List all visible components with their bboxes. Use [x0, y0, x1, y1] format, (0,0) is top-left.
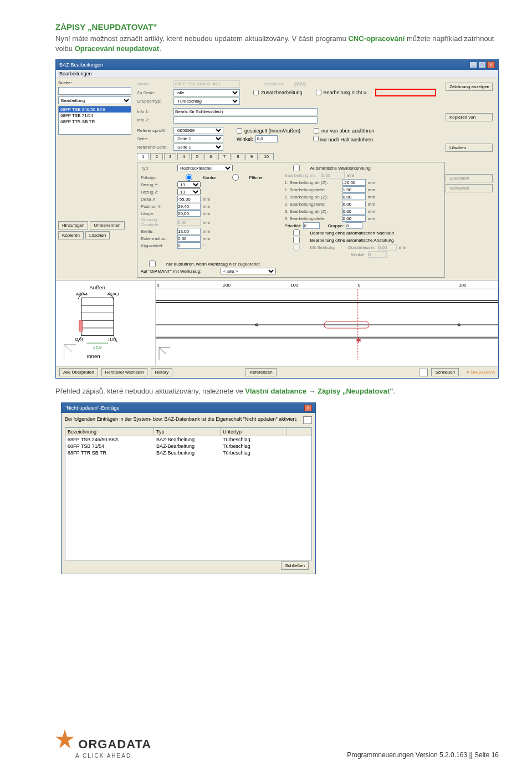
speichern-button[interactable]: Speichern: [446, 174, 493, 182]
footer-schliessen-button[interactable]: Schließen: [431, 368, 459, 376]
winkel-field[interactable]: [255, 135, 278, 142]
window-close-button[interactable]: ×: [487, 62, 495, 68]
dlg2-titlebar: "Nicht updaten"-Einträge ×: [62, 403, 315, 413]
breite-field[interactable]: [177, 228, 201, 234]
search-label: Suche:: [58, 80, 131, 85]
svg-text:✱: ✱: [356, 337, 361, 345]
right-actions: Zeichnung anzeigen Kopieren von Löschen …: [445, 80, 495, 278]
search-input[interactable]: [58, 87, 131, 95]
bezugy-select[interactable]: 13: [177, 181, 201, 188]
i2i4-label: I2/I4: [75, 337, 84, 342]
posy-field[interactable]: [177, 203, 201, 210]
referenzen-button[interactable]: Referenzen: [245, 368, 276, 376]
dlg2-print-icon[interactable]: [303, 416, 312, 424]
unit-mm: mm: [368, 202, 379, 207]
r3-field[interactable]: [342, 193, 366, 200]
tab-9[interactable]: 9: [245, 153, 258, 160]
r1-field[interactable]: [342, 179, 366, 186]
tab-3[interactable]: 3: [164, 153, 176, 160]
typ-select[interactable]: Rechtecktasche: [177, 165, 233, 171]
r4-field[interactable]: [342, 201, 366, 207]
posy-label: Position Y:: [141, 204, 175, 209]
a2a4-label: A2/A4: [76, 292, 88, 297]
autowand-checkbox[interactable]: [285, 165, 308, 171]
tab-8[interactable]: 8: [232, 153, 244, 160]
tab-1[interactable]: 1: [137, 153, 149, 160]
nurwerk-checkbox[interactable]: [141, 261, 164, 267]
copy-button[interactable]: Kopieren: [58, 231, 84, 239]
table-row[interactable]: 68FP TSB 246/50 BKS BAZ-Bearbeitung Türb…: [65, 436, 311, 443]
list-type-select[interactable]: Bearbeitung: [58, 96, 131, 104]
bearbeitung-list[interactable]: 68FP TSB 246/50 BKS 68FP TSB 71/54 68FP …: [58, 106, 131, 135]
zuserie-select[interactable]: alle: [173, 89, 240, 96]
history-button[interactable]: History: [151, 368, 172, 376]
gruppentyp-select[interactable]: Türbeschlag: [173, 98, 240, 105]
kipp-field[interactable]: [177, 242, 201, 249]
alle-ueberpruefen-button[interactable]: Alle Überprüfen: [59, 368, 98, 376]
zeichnung-button[interactable]: Zeichnung anzeigen: [446, 83, 493, 91]
tab-7[interactable]: 7: [218, 153, 231, 160]
lange-field[interactable]: [177, 210, 201, 217]
col-untertyp[interactable]: Untertyp: [221, 428, 287, 436]
info2-field[interactable]: [173, 116, 318, 124]
kopieren-von-button[interactable]: Kopieren von: [446, 113, 493, 121]
unit-mm: mm: [203, 211, 214, 216]
nachlauf-checkbox[interactable]: [285, 229, 308, 236]
list-item[interactable]: 68FP TSB 71/54: [59, 113, 131, 119]
refseite-select[interactable]: Seite 1: [173, 144, 223, 151]
dlg2-close-button[interactable]: ×: [304, 405, 312, 411]
auf-select[interactable]: < alle >: [221, 268, 276, 274]
list-item[interactable]: 68FP TSB 246/50 BKS: [59, 106, 131, 113]
gruppe-label: Gruppe:: [328, 223, 344, 228]
window-minimize-button[interactable]: _: [469, 62, 477, 68]
prio-field[interactable]: [303, 222, 320, 229]
loeschen-button[interactable]: Löschen: [446, 144, 493, 152]
gespiegelt-checkbox[interactable]: [237, 128, 242, 134]
tab-4[interactable]: 4: [177, 153, 190, 160]
tab-5[interactable]: 5: [191, 153, 203, 160]
seite-select[interactable]: Seite 1: [173, 135, 223, 142]
r5-field[interactable]: [342, 208, 366, 215]
nicht-updaten-checkbox[interactable]: [316, 90, 321, 95]
profile-main-svg: 0 200 100 0 100 ✱: [156, 280, 498, 366]
r6-field[interactable]: [342, 215, 366, 222]
dlg2-schliessen-button[interactable]: Schließen: [281, 561, 309, 570]
gruppe-field[interactable]: [346, 222, 362, 229]
baz-menubar[interactable]: Bearbeitungen: [56, 70, 498, 78]
add-button[interactable]: Hinzufügen: [58, 221, 88, 229]
col-bezeichnung[interactable]: Bezeichnung: [65, 428, 154, 436]
hersteller-wechseln-button[interactable]: Hersteller wechseln: [101, 368, 148, 376]
tab-6[interactable]: 6: [204, 153, 217, 160]
gespiegelt-label: gespiegelt (Innen/Außen): [244, 128, 300, 134]
abstufung-checkbox[interactable]: [285, 237, 308, 243]
refprofil-select[interactable]: 0050909: [173, 127, 223, 134]
ecken-field[interactable]: [177, 235, 201, 242]
frastyp-label: Frästyp:: [141, 175, 175, 180]
link-neupdatovat: Opracování neupdatovat: [75, 44, 159, 53]
frastyp-flache-radio[interactable]: [224, 174, 247, 181]
name-field[interactable]: [173, 80, 240, 88]
tab-10[interactable]: 10: [259, 153, 274, 160]
tab-strip: 1 2 3 4 5 6 7 8 9 10: [137, 153, 445, 160]
halt-checkbox[interactable]: [313, 136, 319, 141]
table-row[interactable]: 68FP TSB 71/54 BAZ-Bearbeitung Türbeschl…: [65, 443, 311, 450]
gruppentyp-label: Gruppentyp:: [137, 99, 171, 104]
r2-field[interactable]: [342, 186, 366, 193]
rename-button[interactable]: Umbenennen: [90, 221, 124, 229]
info1-field[interactable]: [173, 108, 318, 115]
print-icon[interactable]: [419, 369, 428, 376]
zusatz-checkbox[interactable]: [253, 90, 259, 95]
oben-checkbox[interactable]: [314, 128, 319, 134]
ruler-0: 0: [157, 283, 160, 288]
list-item[interactable]: 68FP TTR SB TR: [59, 119, 131, 125]
frastyp-kontur-radio[interactable]: [177, 174, 201, 181]
window-maximize-button[interactable]: □: [478, 62, 486, 68]
delete-button[interactable]: Löschen: [85, 231, 110, 239]
table-row[interactable]: 68FP TTR SB TR BAZ-Bearbeitung Türbeschl…: [65, 450, 311, 456]
refseite-label: Referenz-Seite:: [137, 145, 171, 150]
deltax-field[interactable]: [177, 196, 201, 202]
bezugz-select[interactable]: 13: [177, 188, 201, 195]
verwerfen-button[interactable]: Verwerfen: [446, 184, 493, 192]
tab-2[interactable]: 2: [150, 153, 162, 160]
col-typ[interactable]: Typ: [154, 428, 221, 436]
